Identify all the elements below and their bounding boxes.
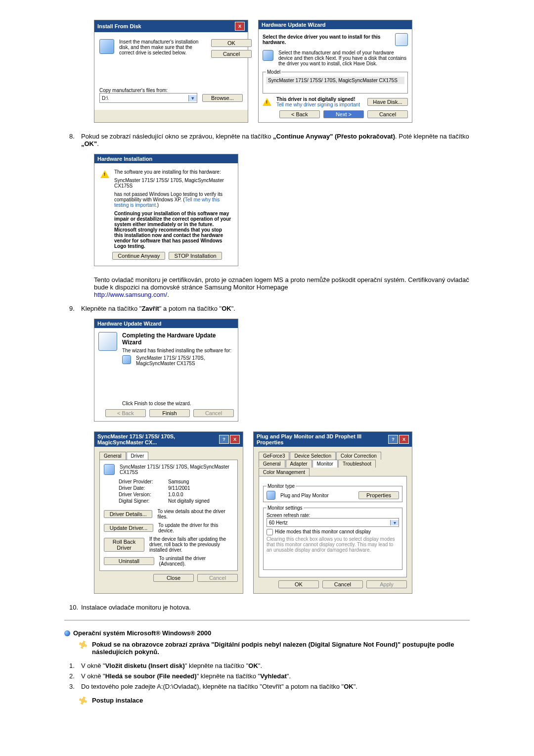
hardware-update-wizard: Hardware Update Wizard Select the device… [258,20,412,123]
rollback-driver-button[interactable]: Roll Back Driver [104,538,144,552]
monitor-type-label: Monitor type [267,483,296,489]
cancel-button[interactable]: Cancel [211,50,252,58]
monitor-icon [104,464,115,475]
back-button: < Back [105,409,146,417]
stop-installation-button[interactable]: STOP Installation [169,252,222,260]
tab-troubleshoot[interactable]: Troubleshoot [338,460,376,468]
win2000-step-2: 2. V okně "Hledá se soubor (File needed)… [69,672,470,680]
close-icon[interactable]: X [235,22,245,31]
hw-install-line2: SyncMaster 171S/ 175S/ 170S, MagicSyncMa… [114,178,232,189]
apply-button: Apply [366,580,407,588]
tab-color-correction[interactable]: Color Correction [336,452,381,460]
close-icon[interactable]: X [399,435,409,444]
not-signed-text: This driver is not digitally signed! [276,96,355,102]
postup-heading: Postup instalace [92,697,143,704]
back-button[interactable]: < Back [279,110,320,118]
next-button[interactable]: Next > [323,110,364,118]
wizard-icon [395,33,408,46]
cert-paragraph: Tento ovladač monitoru je certifikován, … [94,276,469,291]
have-disk-button[interactable]: Have Disk... [367,98,408,106]
chevron-down-icon[interactable]: ▾ [390,520,399,525]
pnp-monitor-properties-dialog: Plug and Play Monitor and 3D Prophet III… [253,431,412,594]
refresh-value[interactable]: 60 Hertz [267,520,290,525]
install-from-disk-dialog: Install From Disk X Insert the manufactu… [94,20,248,123]
model-label: Model [266,69,281,75]
tab-geforce[interactable]: GeForce3 [259,452,289,460]
hide-modes-note: Clearing this check box allows you to se… [267,536,399,553]
monitor-icon [263,50,273,61]
help-icon[interactable]: ? [388,435,398,444]
hw-wizard-heading: Select the device driver you want to ins… [263,34,390,45]
drive-value[interactable]: D:\ [100,95,110,101]
win2000-steps: 1. V okně "Vložit disketu (Insert disk)"… [69,662,470,690]
device-name: SyncMaster 171S/ 175S/ 170S, MagicSyncMa… [120,464,233,475]
tab-monitor[interactable]: Monitor [312,460,338,468]
model-value[interactable]: SyncMaster 171S/ 175S/ 170S, MagicSyncMa… [266,77,404,84]
gear-icon [79,641,87,649]
tab-adapter[interactable]: Adapter [286,460,312,468]
cancel-button[interactable]: Cancel [322,580,363,588]
close-button[interactable]: Close [153,574,194,582]
signing-link[interactable]: Tell me why driver signing is important [276,102,360,107]
hw-install-title: Hardware Installation [97,156,152,162]
hide-modes-checkbox[interactable] [267,529,273,535]
chevron-down-icon[interactable]: ▾ [188,95,197,101]
cancel-button[interactable]: Cancel [367,110,408,118]
step-8: 8. Pokud se zobrazí následující okno se … [69,133,470,147]
bullet-icon [64,630,70,636]
finish-button[interactable]: Finish [149,409,190,417]
properties-button[interactable]: Properties [358,491,399,499]
install-from-disk-title: Install From Disk [97,23,141,29]
wizard-icon [98,332,117,351]
monitor-icon [122,355,131,364]
win2000-step-1: 1. V okně "Vložit disketu (Insert disk)"… [69,662,470,669]
refresh-label: Screen refresh rate: [267,513,399,518]
separator [64,620,470,620]
pnp-title: Plug and Play Monitor and 3D Prophet III… [257,433,388,445]
tab-general[interactable]: General [259,460,285,468]
ok-button[interactable]: OK [278,580,319,588]
hardware-installation-dialog: Hardware Installation The software you a… [94,154,238,266]
update-driver-button[interactable]: Update Driver... [104,524,153,532]
cancel-button: Cancel [197,574,238,582]
hw-complete-heading: Completing the Hardware Update Wizard [122,332,216,346]
model-group: Model SyncMaster 171S/ 175S/ 170S, Magic… [263,69,408,94]
ok-button[interactable]: OK [211,39,252,47]
monitor-settings-label: Monitor settings [267,505,304,511]
hw-wizard-complete-dialog: Hardware Update Wizard Completing the Ha… [94,319,238,422]
hw-install-bold: Continuing your installation of this sof… [114,211,231,249]
disk-icon [99,39,114,54]
tab-color-management[interactable]: Color Management [259,468,310,476]
cancel-button: Cancel [193,409,234,417]
hw-wizard-instruction: Select the manufacturer and model of you… [278,50,408,66]
hw-complete-title: Hardware Update Wizard [97,321,162,327]
hw-complete-device: SyncMaster 171S/ 175S/ 170S, MagicSyncMa… [136,355,234,366]
hw-complete-sub: The wizard has finished installing the s… [122,348,234,353]
click-finish: Click Finish to close the wizard. [122,401,234,406]
browse-button[interactable]: Browse... [202,94,243,102]
win2000-step-3: 3. Do textového pole zadejte A:(D:\Ovlad… [69,683,470,690]
copy-from-label: Copy manufacturer's files from: [99,88,243,93]
samsung-url[interactable]: http://www.samsung.com/ [94,291,167,298]
tab-driver[interactable]: Driver [127,452,149,460]
driver-details-button[interactable]: Driver Details... [104,510,152,518]
step-10: 10. Instalace ovladače monitoru je hotov… [69,604,470,611]
help-icon[interactable]: ? [219,435,229,444]
uninstall-button[interactable]: Uninstall [104,557,154,565]
gear-icon [79,697,87,705]
tab-general[interactable]: General [99,452,126,460]
tab-device-selection[interactable]: Device Selection [290,452,335,460]
continue-anyway-button[interactable]: Continue Anyway [112,252,165,260]
win2000-heading: Operační systém Microsoft® Windows® 2000 [64,629,470,637]
hw-wizard-title: Hardware Update Wizard [262,22,326,28]
driver-props-title: SyncMaster 171S/ 175S/ 170S, MagicSyncMa… [97,433,219,445]
step-9: 9. Klepněte na tlačítko "Zavřít" a potom… [69,305,470,312]
close-icon[interactable]: X [230,435,240,444]
hw-install-line1: The software you are installing for this… [114,169,232,175]
warning-icon [263,98,271,106]
monitor-icon [267,491,275,500]
warning-icon [100,170,109,178]
monitor-name: Plug and Play Monitor [280,493,329,498]
win2000-intro: Pokud se na obrazovce zobrazí zpráva "Di… [92,641,470,656]
install-instruction: Insert the manufacturer's installation d… [119,39,206,55]
